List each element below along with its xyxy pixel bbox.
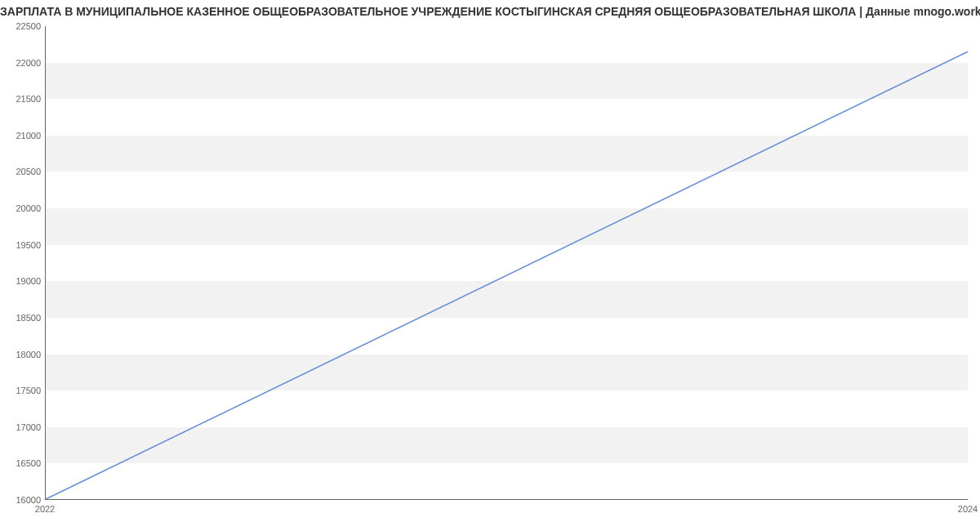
series-line xyxy=(46,51,968,499)
y-tick-label: 16500 xyxy=(8,458,41,468)
y-tick-label: 17000 xyxy=(8,422,41,432)
plot-area xyxy=(45,26,968,500)
x-tick-label: 2024 xyxy=(958,504,978,514)
y-tick-label: 18500 xyxy=(8,313,41,323)
y-tick-label: 21500 xyxy=(8,94,41,104)
y-tick-label: 17500 xyxy=(8,386,41,395)
y-tick-label: 20000 xyxy=(8,203,41,213)
line-series xyxy=(46,26,968,499)
y-tick-label: 22500 xyxy=(8,21,41,31)
y-tick-label: 22000 xyxy=(8,58,41,68)
y-tick-label: 19500 xyxy=(8,240,41,250)
y-tick-label: 19000 xyxy=(8,276,41,286)
y-tick-label: 21000 xyxy=(8,131,41,141)
y-tick-label: 18000 xyxy=(8,350,41,359)
chart-container: ЗАРПЛАТА В МУНИЦИПАЛЬНОЕ КАЗЕННОЕ ОБЩЕОБ… xyxy=(0,0,980,531)
chart-title: ЗАРПЛАТА В МУНИЦИПАЛЬНОЕ КАЗЕННОЕ ОБЩЕОБ… xyxy=(0,5,980,18)
y-tick-label: 20500 xyxy=(8,167,41,176)
x-tick-label: 2022 xyxy=(35,504,55,514)
